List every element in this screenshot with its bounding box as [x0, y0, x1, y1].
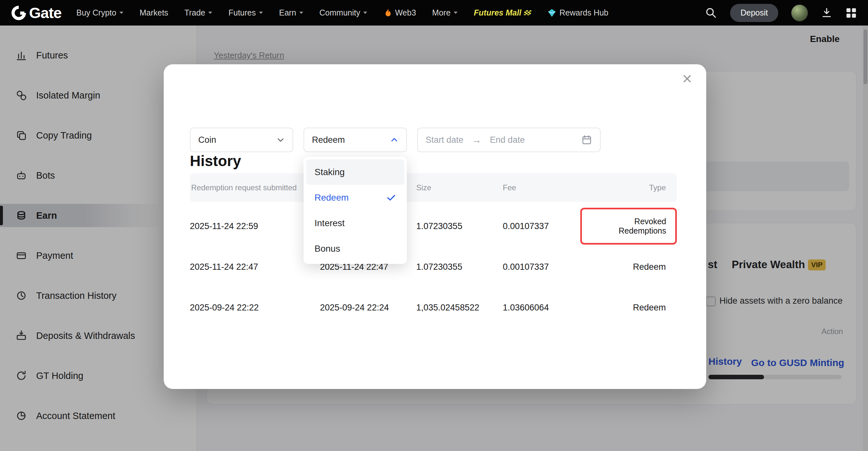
col-header-submitted: Redemption request submitted	[190, 183, 320, 192]
end-date-placeholder: End date	[490, 135, 525, 145]
type-dropdown-menu: Staking Redeem Interest Bonus	[304, 157, 407, 264]
cell-size: 1,035.02458522	[416, 303, 503, 313]
flame-icon	[383, 8, 392, 18]
gate-logo-icon	[11, 5, 27, 21]
dropdown-option-bonus[interactable]: Bonus	[306, 236, 404, 261]
cell-fee: 0.00107337	[503, 262, 580, 272]
coin-select[interactable]: Coin	[190, 128, 293, 152]
history-table: Redemption request submitted Size Fee Ty…	[190, 173, 677, 328]
check-icon	[386, 193, 396, 203]
revoked-redemptions-highlight: Revoked Redemptions	[580, 208, 677, 245]
dropdown-option-interest[interactable]: Interest	[306, 210, 404, 236]
close-icon[interactable]: ×	[682, 70, 692, 87]
nav-menu: Buy Crypto Markets Trade Futures Earn Co…	[76, 8, 609, 18]
download-icon[interactable]	[821, 7, 833, 19]
checkered-flag-icon	[523, 10, 531, 15]
arrow-right-icon: →	[472, 134, 482, 145]
table-row: 2025-11-24 22:59 1.07230355 0.00107337 R…	[190, 206, 677, 246]
chevron-down-icon	[276, 136, 285, 144]
cell-submitted: 2025-11-24 22:59	[190, 221, 320, 231]
search-icon[interactable]	[705, 7, 717, 19]
nav-right-group: Deposit	[705, 4, 857, 22]
cell-type: Revoked Redemptions	[580, 208, 677, 245]
history-modal: × History Coin Redeem Start date → End d…	[164, 64, 706, 389]
gate-logo[interactable]: Gate	[11, 4, 62, 22]
nav-item-futures-mall[interactable]: Futures Mall	[474, 8, 531, 18]
page: Gate Buy Crypto Markets Trade Futures Ea…	[0, 0, 868, 451]
chevron-down-icon	[208, 12, 212, 14]
date-range-input[interactable]: Start date → End date	[417, 128, 600, 152]
nav-item-trade[interactable]: Trade	[184, 8, 212, 18]
apps-grid-icon[interactable]	[845, 7, 857, 19]
cell-size: 1.07230355	[416, 221, 503, 231]
modal-title: History	[190, 152, 241, 170]
nav-item-community[interactable]: Community	[319, 8, 367, 18]
col-header-fee: Fee	[503, 183, 580, 192]
col-header-size: Size	[416, 183, 503, 192]
chevron-down-icon	[363, 12, 367, 14]
nav-item-earn[interactable]: Earn	[279, 8, 303, 18]
chevron-up-icon	[390, 136, 399, 144]
cell-submitted: 2025-09-24 22:22	[190, 303, 320, 313]
nav-item-web3[interactable]: Web3	[383, 8, 416, 18]
chevron-down-icon	[120, 12, 123, 14]
cell-submitted: 2025-11-24 22:47	[190, 262, 320, 272]
rewards-icon	[547, 8, 556, 18]
start-date-placeholder: Start date	[426, 135, 463, 145]
cell-fee: 1.03606064	[503, 303, 580, 313]
cell-completed: 2025-09-24 22:24	[320, 303, 416, 313]
table-body: 2025-11-24 22:59 1.07230355 0.00107337 R…	[190, 206, 677, 328]
type-select[interactable]: Redeem	[304, 128, 407, 152]
brand-text: Gate	[29, 4, 62, 22]
cell-type: Redeem	[580, 303, 677, 313]
cell-type: Redeem	[580, 262, 677, 272]
table-row: 2025-09-24 22:22 2025-09-24 22:24 1,035.…	[190, 287, 677, 328]
dropdown-option-staking[interactable]: Staking	[306, 159, 404, 185]
calendar-icon[interactable]	[581, 134, 592, 145]
deposit-button[interactable]: Deposit	[730, 4, 778, 22]
table-header-row: Redemption request submitted Size Fee Ty…	[190, 173, 677, 202]
dropdown-option-redeem[interactable]: Redeem	[306, 185, 404, 210]
col-header-type: Type	[580, 183, 677, 192]
nav-item-buy-crypto[interactable]: Buy Crypto	[76, 8, 124, 18]
cell-size: 1.07230355	[416, 262, 503, 272]
avatar[interactable]	[791, 4, 808, 21]
nav-item-rewards-hub[interactable]: Rewards Hub	[547, 8, 609, 18]
nav-item-futures[interactable]: Futures	[228, 8, 263, 18]
chevron-down-icon	[299, 12, 303, 14]
chevron-down-icon	[259, 12, 263, 14]
nav-item-more[interactable]: More	[432, 8, 458, 18]
top-nav: Gate Buy Crypto Markets Trade Futures Ea…	[0, 0, 868, 26]
cell-fee: 0.00107337	[503, 221, 580, 231]
table-row: 2025-11-24 22:47 2025-11-24 22:47 1.0723…	[190, 246, 677, 287]
chevron-down-icon	[454, 12, 458, 14]
nav-item-markets[interactable]: Markets	[140, 8, 168, 18]
